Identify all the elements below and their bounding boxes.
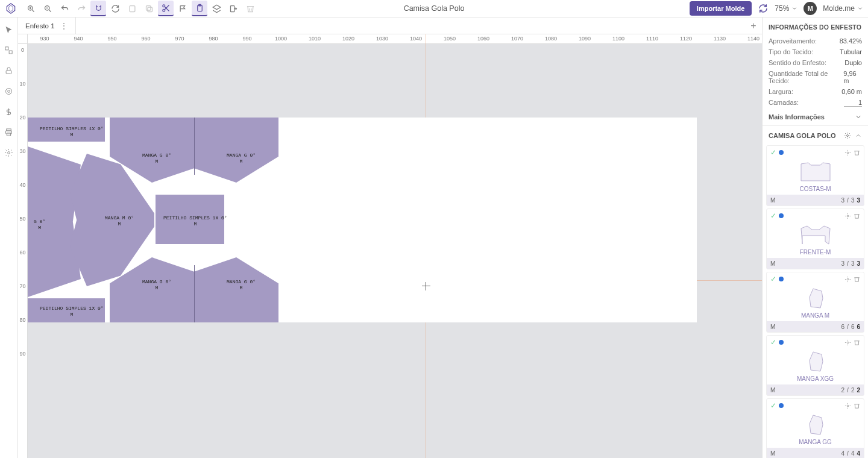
piece-label: PEITILHO SIMPLES 1X 0° M xyxy=(163,215,227,227)
trash-icon[interactable] xyxy=(242,1,258,16)
flag-icon[interactable] xyxy=(175,1,190,16)
svg-point-32 xyxy=(847,152,849,154)
dollar-icon[interactable] xyxy=(3,105,15,118)
piece-divider xyxy=(194,118,195,175)
color-dot xyxy=(779,150,784,155)
magnet-icon[interactable] xyxy=(90,1,106,16)
tab-row: Enfesto 1 ⋮ + xyxy=(18,17,762,34)
svg-rect-11 xyxy=(130,5,135,11)
part-trash-icon[interactable] xyxy=(854,213,860,219)
ruler-tick: 30 xyxy=(18,148,27,154)
add-tab-button[interactable]: + xyxy=(745,17,762,34)
scissors-icon[interactable] xyxy=(158,1,174,16)
check-icon[interactable]: ✓ xyxy=(770,401,776,410)
part-gear-icon[interactable] xyxy=(844,403,851,409)
zoom-select[interactable]: 75% xyxy=(775,4,797,13)
ruler-tick: 1100 xyxy=(612,36,624,42)
ruler-tick: 940 xyxy=(74,36,83,42)
redo-icon[interactable] xyxy=(74,1,89,16)
part-trash-icon[interactable] xyxy=(854,276,860,283)
vertical-ruler: 0102030405060708090 xyxy=(18,44,28,458)
piece-label: G 0° M xyxy=(34,219,45,230)
tool-group xyxy=(23,1,258,16)
part-count-b: 3 xyxy=(851,197,855,204)
avatar[interactable]: M xyxy=(804,2,817,15)
target-icon[interactable] xyxy=(3,85,15,97)
part-name: MANGA M xyxy=(767,311,864,321)
canvas[interactable]: 9309409509609709809901000101010201030104… xyxy=(18,34,762,458)
part-size: M xyxy=(770,324,775,330)
part-gear-icon[interactable] xyxy=(844,339,851,346)
import-button[interactable]: Importar Molde xyxy=(690,1,752,16)
more-info-toggle[interactable]: Mais Informações xyxy=(763,108,868,126)
zoom-in-icon[interactable] xyxy=(23,1,39,16)
part-trash-icon[interactable] xyxy=(854,339,860,346)
svg-rect-29 xyxy=(7,133,10,135)
part-size: M xyxy=(770,197,775,204)
part-footer: M 3 / 3 3 xyxy=(767,258,864,269)
svg-point-35 xyxy=(847,342,849,344)
check-icon[interactable]: ✓ xyxy=(770,212,776,220)
svg-rect-22 xyxy=(5,46,8,49)
user-name: Molde.me xyxy=(823,4,855,13)
part-count-a: 3 xyxy=(841,197,845,204)
part-count-b: 4 xyxy=(851,450,855,457)
undo-icon[interactable] xyxy=(57,1,72,16)
info-key: Largura: xyxy=(769,88,793,95)
tab-enfesto-1[interactable]: Enfesto 1 ⋮ xyxy=(18,17,76,34)
part-count-a: 2 xyxy=(841,387,845,394)
top-toolbar: Camisa Gola Polo Importar Molde 75% M Mo… xyxy=(0,0,868,17)
svg-point-26 xyxy=(8,90,10,92)
zoom-out-icon[interactable] xyxy=(40,1,55,16)
part-card[interactable]: ✓ FRENTE-M M 3 / 3 3 xyxy=(766,209,864,269)
layers-icon[interactable] xyxy=(209,1,224,16)
user-menu[interactable]: Molde.me xyxy=(823,4,863,13)
piece-label: MANGA G 0° M xyxy=(142,279,171,290)
cursor-icon[interactable] xyxy=(3,24,15,36)
svg-point-30 xyxy=(8,151,10,154)
part-footer: M 4 / 4 4 xyxy=(767,448,864,458)
check-icon[interactable]: ✓ xyxy=(770,275,776,283)
tab-menu-icon[interactable]: ⋮ xyxy=(60,21,68,31)
part-trash-icon[interactable] xyxy=(854,403,860,409)
svg-point-25 xyxy=(6,88,12,94)
info-value: 9,96 m xyxy=(843,70,862,84)
left-sidebar xyxy=(0,17,18,458)
part-count-c: 3 xyxy=(857,197,860,204)
svg-marker-0 xyxy=(7,4,14,14)
svg-point-14 xyxy=(162,4,165,7)
info-row: Sentido do Enfesto:Duplo xyxy=(763,57,868,68)
info-value: 0,60 m xyxy=(841,88,862,95)
part-card[interactable]: ✓ MANGA XGG M 2 / 2 2 xyxy=(766,335,864,396)
ruler-tick: 990 xyxy=(242,36,251,42)
info-value: Tubular xyxy=(840,48,862,55)
ruler-tick: 1140 xyxy=(747,36,760,42)
part-card[interactable]: ✓ MANGA M M 6 / 6 6 xyxy=(766,272,864,333)
part-gear-icon[interactable] xyxy=(844,149,851,156)
sync-icon[interactable] xyxy=(758,3,769,14)
note-icon[interactable] xyxy=(124,1,140,16)
svg-marker-20 xyxy=(213,5,221,10)
print-icon[interactable] xyxy=(3,126,15,138)
part-thumb xyxy=(767,286,864,311)
part-count-a: 3 xyxy=(841,260,845,267)
section-gear-icon[interactable] xyxy=(844,132,851,139)
part-gear-icon[interactable] xyxy=(844,276,851,283)
section-collapse-icon[interactable] xyxy=(855,132,862,139)
check-icon[interactable]: ✓ xyxy=(770,338,776,347)
part-gear-icon[interactable] xyxy=(844,213,851,219)
gear-icon[interactable] xyxy=(3,146,15,158)
shapes-icon[interactable] xyxy=(3,44,15,56)
info-key: Sentido do Enfesto: xyxy=(769,59,826,66)
part-card[interactable]: ✓ COSTAS-M M 3 / 3 3 xyxy=(766,145,864,206)
lock-icon[interactable] xyxy=(3,64,15,77)
refresh-icon[interactable] xyxy=(107,1,123,16)
part-trash-icon[interactable] xyxy=(854,149,860,156)
check-icon[interactable]: ✓ xyxy=(770,148,776,157)
part-card[interactable]: ✓ MANGA GG M 4 / 4 4 xyxy=(766,398,864,458)
clipboard-icon[interactable] xyxy=(192,1,207,16)
copy-icon[interactable] xyxy=(141,1,157,16)
ruler-tick: 980 xyxy=(209,36,218,42)
export-icon[interactable] xyxy=(225,1,241,16)
ruler-tick: 1130 xyxy=(714,36,726,42)
